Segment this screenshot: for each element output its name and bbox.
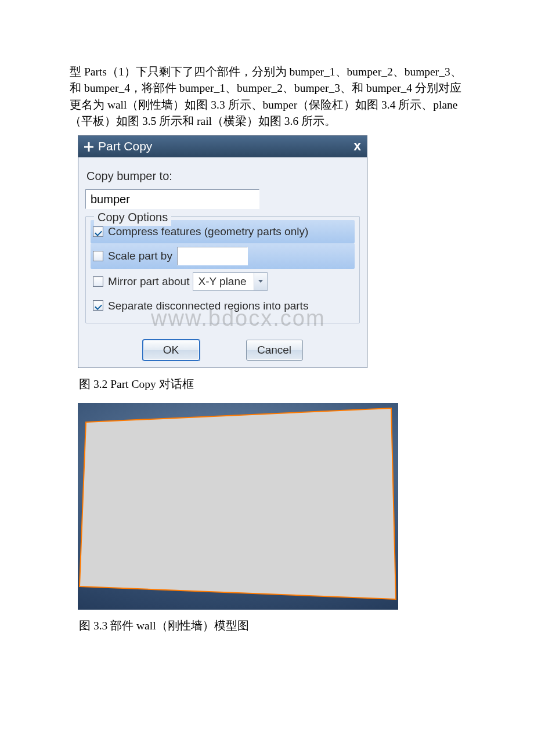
checkbox-unchecked-icon[interactable] xyxy=(93,276,103,287)
body-paragraph: 型 Parts（1）下只剩下了四个部件，分别为 bumper_1、bumper_… xyxy=(70,64,464,129)
scale-label: Scale part by xyxy=(108,248,172,264)
wall-geometry-icon xyxy=(78,403,398,610)
ok-button[interactable]: OK xyxy=(143,340,200,361)
copy-options-legend: Copy Options xyxy=(94,209,171,226)
dialog-body: Copy bumper to: Copy Options Compress fe… xyxy=(78,157,367,330)
cancel-button[interactable]: Cancel xyxy=(246,340,303,361)
mirror-label: Mirror part about xyxy=(108,273,189,290)
part-copy-dialog: Part Copy x Copy bumper to: Copy Options… xyxy=(78,135,367,368)
figure-3-3-caption: 图 3.3 部件 wall（刚性墙）模型图 xyxy=(79,618,464,634)
separate-label: Separate disconnected regions into parts xyxy=(108,298,308,314)
checkbox-checked-icon[interactable] xyxy=(93,300,103,311)
chevron-down-icon[interactable] xyxy=(254,273,267,290)
plus-icon xyxy=(84,142,93,152)
mirror-option-row[interactable]: Mirror part about X-Y plane xyxy=(91,269,355,294)
svg-marker-0 xyxy=(80,408,396,599)
close-icon[interactable]: x xyxy=(353,136,361,156)
document-page: 型 Parts（1）下只剩下了四个部件，分别为 bumper_1、bumper_… xyxy=(0,0,534,680)
separate-option-row[interactable]: Separate disconnected regions into parts xyxy=(91,294,355,318)
mirror-plane-combo[interactable]: X-Y plane xyxy=(193,272,268,291)
checkbox-checked-icon[interactable] xyxy=(93,226,103,237)
compress-label: Compress features (geometry parts only) xyxy=(108,224,308,240)
dialog-button-bar: OK Cancel xyxy=(78,330,367,368)
scale-value-input[interactable] xyxy=(177,247,248,265)
dialog-titlebar[interactable]: Part Copy x xyxy=(78,136,367,157)
copy-options-group: Copy Options Compress features (geometry… xyxy=(85,216,360,323)
mirror-plane-value: X-Y plane xyxy=(193,273,254,290)
copy-to-label: Copy bumper to: xyxy=(86,168,360,185)
checkbox-unchecked-icon[interactable] xyxy=(93,251,103,261)
wall-part-viewport xyxy=(78,403,398,610)
scale-option-row[interactable]: Scale part by xyxy=(91,243,355,269)
dialog-title: Part Copy xyxy=(98,138,152,155)
figure-3-2-caption: 图 3.2 Part Copy 对话框 xyxy=(79,376,464,393)
part-name-input[interactable] xyxy=(85,189,259,209)
